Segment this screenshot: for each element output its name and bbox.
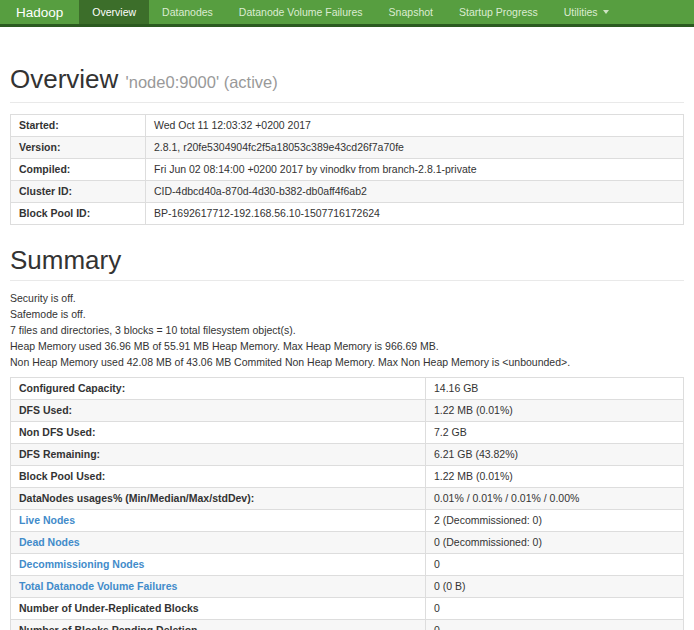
row-dfs-remaining: DFS Remaining: 6.21 GB (43.82%) <box>11 444 684 466</box>
row-label: Started: <box>11 115 146 137</box>
row-value: 1.22 MB (0.01%) <box>426 466 684 488</box>
divider <box>10 280 684 281</box>
row-label: DFS Used: <box>11 400 426 422</box>
summary-line-heap-memory-used-36-96-mb-of-55-91-mb-heap-memory-max-heap-memory-is-966-69-mb: Heap Memory used 36.96 MB of 55.91 MB He… <box>10 340 684 352</box>
row-label: Number of Under-Replicated Blocks <box>11 598 426 620</box>
row-link[interactable]: Decommissioning Nodes <box>11 554 426 576</box>
page-content: Overview 'node0:9000' (active) Started: … <box>0 65 694 630</box>
overview-table: Started: Wed Oct 11 12:03:32 +0200 2017 … <box>10 114 684 225</box>
row-total-datanode-volume-failures: Total Datanode Volume Failures 0 (0 B) <box>11 576 684 598</box>
row-link[interactable]: Dead Nodes <box>11 532 426 554</box>
navbar-items: Overview Datanodes Datanode Volume Failu… <box>79 0 621 24</box>
row-value: BP-1692617712-192.168.56.10-150771617262… <box>146 203 684 225</box>
summary-line-7-files-and-directories-3-blocks-10-total-filesystem-object-s: 7 files and directories, 3 blocks = 10 t… <box>10 324 684 336</box>
row-label: Non DFS Used: <box>11 422 426 444</box>
row-value: 6.21 GB (43.82%) <box>426 444 684 466</box>
summary-title: Summary <box>10 246 684 274</box>
row-non-dfs-used: Non DFS Used: 7.2 GB <box>11 422 684 444</box>
summary-table: Configured Capacity: 14.16 GB DFS Used: … <box>10 377 684 630</box>
nav-item-label: Utilities <box>564 6 598 18</box>
row-value: 0.01% / 0.01% / 0.01% / 0.00% <box>426 488 684 510</box>
row-number-of-blocks-pending-deletion: Number of Blocks Pending Deletion 0 <box>11 620 684 630</box>
row-version: Version: 2.8.1, r20fe5304904fc2f5a18053c… <box>11 137 684 159</box>
row-label: DataNodes usages% (Min/Median/Max/stdDev… <box>11 488 426 510</box>
row-label: Configured Capacity: <box>11 378 426 400</box>
divider <box>10 102 684 103</box>
row-value: CID-4dbcd40a-870d-4d30-b382-db0aff4f6ab2 <box>146 181 684 203</box>
nav-item-label: Startup Progress <box>459 6 538 18</box>
row-value: 1.22 MB (0.01%) <box>426 400 684 422</box>
row-number-of-under-replicated-blocks: Number of Under-Replicated Blocks 0 <box>11 598 684 620</box>
row-value: 0 (Decommissioned: 0) <box>426 532 684 554</box>
row-label: DFS Remaining: <box>11 444 426 466</box>
nav-item-startup-progress[interactable]: Startup Progress <box>446 0 551 24</box>
row-link[interactable]: Live Nodes <box>11 510 426 532</box>
row-value: 14.16 GB <box>426 378 684 400</box>
row-value: 2.8.1, r20fe5304904fc2f5a18053c389e43cd2… <box>146 137 684 159</box>
nav-item-datanode-volume-failures[interactable]: Datanode Volume Failures <box>226 0 376 24</box>
row-link[interactable]: Total Datanode Volume Failures <box>11 576 426 598</box>
nav-item-label: Datanodes <box>162 6 213 18</box>
nav-item-datanodes[interactable]: Datanodes <box>149 0 226 24</box>
row-dfs-used: DFS Used: 1.22 MB (0.01%) <box>11 400 684 422</box>
nav-item-label: Datanode Volume Failures <box>239 6 363 18</box>
row-value: 0 <box>426 554 684 576</box>
nav-item-snapshot[interactable]: Snapshot <box>376 0 446 24</box>
overview-title-text: Overview <box>10 64 118 94</box>
summary-line-non-heap-memory-used-42-08-mb-of-43-06-mb-commited-non-heap-memory-max-non-heap-memory-is-unbounded: Non Heap Memory used 42.08 MB of 43.06 M… <box>10 356 684 368</box>
row-decommissioning-nodes: Decommissioning Nodes 0 <box>11 554 684 576</box>
nav-item-label: Overview <box>92 6 136 18</box>
row-label: Block Pool Used: <box>11 466 426 488</box>
namenode-address: 'node0:9000' (active) <box>126 73 278 91</box>
navbar: Hadoop Overview Datanodes Datanode Volum… <box>0 0 694 27</box>
row-value: 0 (0 B) <box>426 576 684 598</box>
row-datanodes-usages-min-median-max-stddev: DataNodes usages% (Min/Median/Max/stdDev… <box>11 488 684 510</box>
row-started: Started: Wed Oct 11 12:03:32 +0200 2017 <box>11 115 684 137</box>
row-configured-capacity: Configured Capacity: 14.16 GB <box>11 378 684 400</box>
row-label: Version: <box>11 137 146 159</box>
row-compiled: Compiled: Fri Jun 02 08:14:00 +0200 2017… <box>11 159 684 181</box>
summary-status-lines: Security is off. Safemode is off. 7 file… <box>10 292 684 368</box>
hadoop-brand[interactable]: Hadoop <box>0 0 79 24</box>
nav-item-utilities[interactable]: Utilities <box>551 0 622 24</box>
row-value: 7.2 GB <box>426 422 684 444</box>
row-value: 0 <box>426 598 684 620</box>
nav-item-label: Snapshot <box>389 6 433 18</box>
summary-line-safemode-is-off: Safemode is off. <box>10 308 684 320</box>
row-label: Number of Blocks Pending Deletion <box>11 620 426 630</box>
row-value: Fri Jun 02 08:14:00 +0200 2017 by vinodk… <box>146 159 684 181</box>
row-dead-nodes: Dead Nodes 0 (Decommissioned: 0) <box>11 532 684 554</box>
row-value: 2 (Decommissioned: 0) <box>426 510 684 532</box>
row-block-pool-id: Block Pool ID: BP-1692617712-192.168.56.… <box>11 203 684 225</box>
row-value: Wed Oct 11 12:03:32 +0200 2017 <box>146 115 684 137</box>
summary-line-security-is-off: Security is off. <box>10 292 684 304</box>
row-cluster-id: Cluster ID: CID-4dbcd40a-870d-4d30-b382-… <box>11 181 684 203</box>
row-label: Block Pool ID: <box>11 203 146 225</box>
row-block-pool-used: Block Pool Used: 1.22 MB (0.01%) <box>11 466 684 488</box>
row-live-nodes: Live Nodes 2 (Decommissioned: 0) <box>11 510 684 532</box>
row-label: Cluster ID: <box>11 181 146 203</box>
overview-title: Overview 'node0:9000' (active) <box>10 65 684 96</box>
chevron-down-icon <box>603 10 609 14</box>
row-label: Compiled: <box>11 159 146 181</box>
nav-item-overview[interactable]: Overview <box>79 0 149 24</box>
row-value: 0 <box>426 620 684 630</box>
